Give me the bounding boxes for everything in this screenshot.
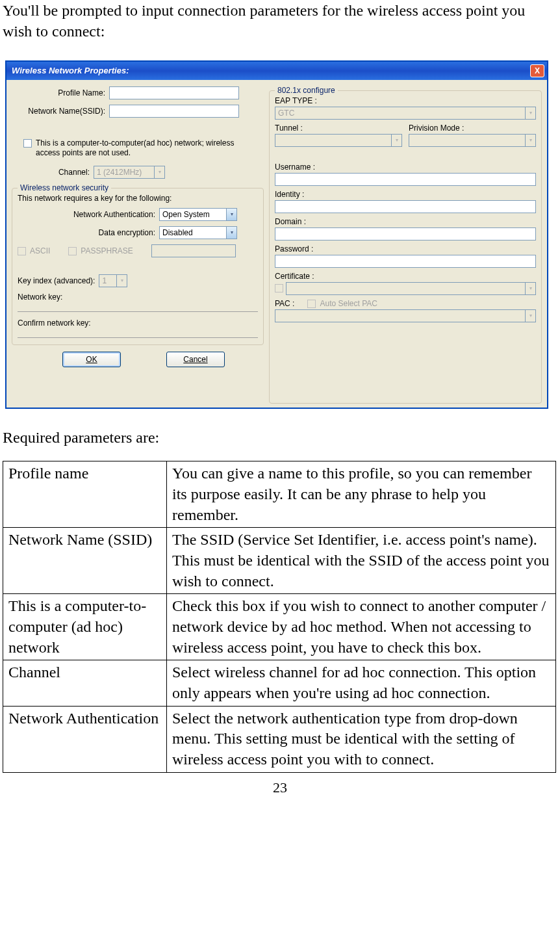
intro-text: You'll be prompted to input connection p… [3,0,557,42]
param-name: Profile name [3,461,167,528]
chevron-down-icon: ▾ [116,275,127,287]
param-desc: Select wireless channel for ad hoc conne… [167,660,556,706]
ssid-label: Network Name(SSID): [12,107,109,116]
certificate-label: Certificate : [275,272,536,281]
domain-label: Domain : [275,217,536,226]
table-row: This is a computer-to-computer (ad hoc) … [3,594,556,660]
username-input[interactable] [275,173,536,186]
adhoc-label: This is a computer-to-computer(ad hoc) n… [36,138,257,158]
network-key-input[interactable] [18,302,258,312]
net-auth-select[interactable]: Open System ▾ [159,208,237,221]
certificate-checkbox [275,284,283,292]
chevron-down-icon[interactable]: ▾ [226,209,236,220]
auto-pac-checkbox [307,300,316,308]
eap-type-label: EAP TYPE : [275,96,536,105]
chevron-down-icon: ▾ [391,135,401,146]
domain-input[interactable] [275,227,536,240]
privision-select: ▾ [409,134,536,147]
post-text: Required parameters are: [3,427,557,448]
close-button[interactable]: X [530,64,544,77]
tunnel-select: ▾ [275,134,402,147]
channel-label: Channel: [12,168,94,177]
chevron-down-icon: ▾ [525,310,535,322]
data-enc-select[interactable]: Disabled ▾ [159,226,237,239]
key-index-label: Key index (advanced): [18,276,99,285]
close-icon: X [535,66,540,75]
table-row: Profile nameYou can give a name to this … [3,461,556,528]
net-auth-value: Open System [162,210,210,219]
pac-label: PAC : [275,299,294,308]
channel-value: 1 (2412MHz) [97,168,142,177]
network-key-label: Network key: [18,292,258,302]
certificate-select: ▾ [286,282,536,295]
titlebar[interactable]: Wireless Network Properties: X [6,62,547,80]
privision-label: Privision Mode : [409,123,536,133]
confirm-key-label: Confirm network key: [18,318,258,328]
passphrase-checkbox [68,247,77,255]
param-name: Network Name (SSID) [3,528,167,594]
ok-label: OK [86,355,97,364]
eap-type-value: GTC [278,109,294,118]
param-desc: Select the network authentication type f… [167,706,556,772]
params-table: Profile nameYou can give a name to this … [3,461,556,772]
profile-name-input[interactable] [109,86,239,99]
param-desc: You can give a name to this profile, so … [167,461,556,528]
chevron-down-icon[interactable]: ▾ [226,227,236,239]
param-name: Network Authentication [3,706,167,772]
table-row: ChannelSelect wireless channel for ad ho… [3,660,556,706]
password-input[interactable] [275,255,536,268]
data-enc-label: Data encryption: [18,228,159,237]
channel-select: 1 (2412MHz) ▾ [94,166,165,179]
table-row: Network AuthenticationSelect the network… [3,706,556,772]
identity-input[interactable] [275,200,536,213]
cancel-button[interactable]: Cancel [166,352,225,367]
param-name: Channel [3,660,167,706]
passphrase-input [151,244,236,257]
profile-name-label: Profile Name: [12,88,109,97]
auto-pac-label: Auto Select PAC [320,299,377,308]
password-label: Password : [275,244,536,253]
eap-type-select: GTC ▾ [275,107,536,120]
chevron-down-icon: ▾ [525,135,535,146]
ok-button[interactable]: OK [62,352,121,367]
ssid-input[interactable] [109,105,239,118]
pac-select: ▾ [275,309,536,322]
chevron-down-icon: ▾ [525,283,535,294]
adhoc-checkbox[interactable] [23,139,32,148]
security-desc: This network requires a key for the foll… [18,194,258,203]
param-desc: The SSID (Service Set Identifier, i.e. a… [167,528,556,594]
param-desc: Check this box if you wish to connect to… [167,594,556,660]
passphrase-label: PASSPHRASE [81,246,133,255]
key-index-select: 1 ▾ [99,274,127,287]
data-enc-value: Disabled [162,228,193,237]
identity-label: Identity : [275,190,536,199]
tunnel-label: Tunnel : [275,123,402,133]
page-number: 23 [3,779,557,796]
security-legend: Wireless network security [18,183,111,192]
config-legend: 802.1x configure [275,86,338,95]
cancel-label: Cancel [183,355,207,364]
chevron-down-icon: ▾ [154,166,164,178]
username-label: Username : [275,162,536,172]
net-auth-label: Network Authentication: [18,210,159,219]
chevron-down-icon: ▾ [525,107,535,119]
confirm-key-input[interactable] [18,328,258,338]
param-name: This is a computer-to-computer (ad hoc) … [3,594,167,660]
dialog-window: Wireless Network Properties: X Profile N… [5,60,548,409]
ascii-label: ASCII [30,246,50,255]
table-row: Network Name (SSID)The SSID (Service Set… [3,528,556,594]
key-index-value: 1 [102,276,107,285]
ascii-checkbox [18,247,26,255]
window-title: Wireless Network Properties: [12,66,129,75]
